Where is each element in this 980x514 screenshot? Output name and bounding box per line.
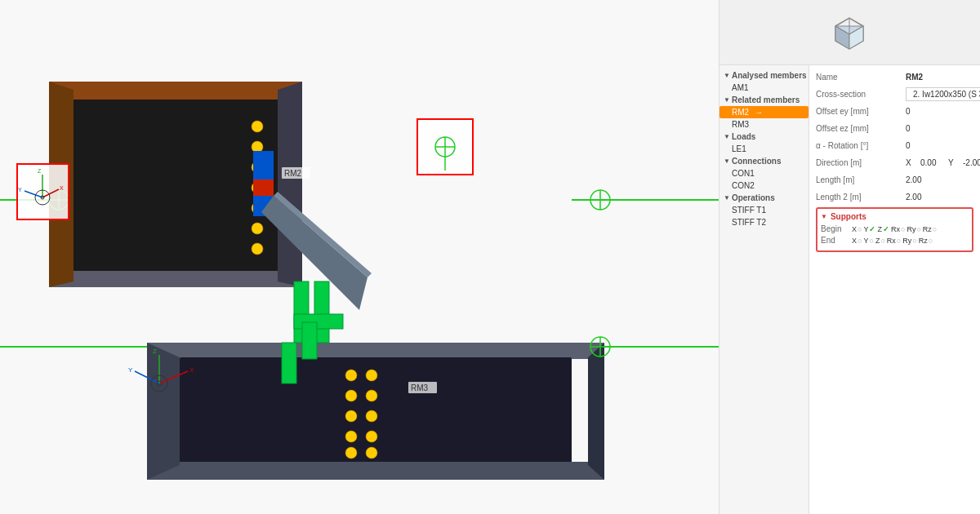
tree-item-operations[interactable]: ▼ Operations <box>719 192 808 204</box>
length-value: 2.00 <box>906 175 973 184</box>
end-label: End <box>821 236 849 245</box>
svg-text:Z: Z <box>153 348 157 355</box>
properties-form: Name RM2 Cross-section 2. Iw1200x350 (S … <box>809 65 980 514</box>
begin-dof-y: Y ✓ <box>863 225 875 233</box>
dir-y-label: Y <box>948 158 960 167</box>
offset-ez-label: Offset ez [mm] <box>816 124 906 133</box>
svg-point-26 <box>345 410 357 422</box>
tree-item-loads[interactable]: ▼ Loads <box>719 131 808 143</box>
name-row: Name RM2 <box>816 69 973 84</box>
length2-label: Length 2 [m] <box>816 193 906 202</box>
tree-panel[interactable]: ▼ Analysed members AM1 ▼ Related members… <box>719 65 809 514</box>
alpha-value: 0 <box>906 141 973 150</box>
svg-point-25 <box>345 390 357 401</box>
scene-background: RM2 RM3 <box>0 0 719 514</box>
3d-cube-icon <box>827 10 872 55</box>
svg-point-13 <box>252 223 263 234</box>
svg-text:X: X <box>189 366 194 374</box>
tree-item-stiff-t2[interactable]: STIFF T2 <box>719 216 808 228</box>
end-dof-rx: Rx ○ <box>887 237 901 245</box>
offset-ez-row: Offset ez [mm] 0 <box>816 121 973 135</box>
offset-ey-value: 0 <box>906 107 973 116</box>
direction-values: X 0.00 Y -2.00 Z 0.00 <box>906 158 980 167</box>
tree-item-related-members[interactable]: ▼ Related members <box>719 94 808 106</box>
cross-section-label: Cross-section <box>816 90 906 99</box>
right-panel: ▼ Analysed members AM1 ▼ Related members… <box>719 0 980 514</box>
svg-rect-4 <box>49 82 302 100</box>
properties-area: ▼ Analysed members AM1 ▼ Related members… <box>719 65 980 514</box>
svg-marker-7 <box>278 82 302 287</box>
svg-rect-21 <box>147 462 604 480</box>
length2-value: 2.00 <box>906 193 973 202</box>
length-label: Length [m] <box>816 175 906 184</box>
offset-ez-value: 0 <box>906 124 973 133</box>
viewport-3d[interactable]: RM2 RM3 <box>0 0 719 514</box>
svg-rect-5 <box>49 271 302 287</box>
tree-item-analysed-members[interactable]: ▼ Analysed members <box>719 69 808 82</box>
svg-point-29 <box>366 370 377 381</box>
svg-text:RM3: RM3 <box>411 383 429 392</box>
svg-rect-38 <box>302 322 317 359</box>
expand-icon-connections: ▼ <box>724 157 730 165</box>
axis-indicator-topright <box>416 118 474 175</box>
cross-section-row: Cross-section 2. Iw1200x350 (S 355) ✎ + <box>816 86 973 101</box>
svg-point-32 <box>366 431 377 442</box>
alpha-row: α - Rotation [°] 0 <box>816 138 973 153</box>
supports-title: ▼ Supports <box>821 212 969 221</box>
svg-line-66 <box>24 191 42 197</box>
offset-ey-label: Offset ey [mm] <box>816 107 906 116</box>
dir-y-value: -2.00 <box>963 158 980 167</box>
name-value: RM2 <box>906 73 973 82</box>
svg-point-33 <box>366 447 377 459</box>
tree-item-con1[interactable]: CON1 <box>719 167 808 179</box>
tree-item-con2[interactable]: CON2 <box>719 179 808 192</box>
dir-x-label: X <box>906 158 917 167</box>
svg-text:Y: Y <box>18 187 22 193</box>
begin-dof-group: X ○ Y ✓ Z ✓ Rx ○ <box>852 225 937 233</box>
direction-label: Direction [m] <box>816 158 906 167</box>
svg-point-30 <box>366 390 377 401</box>
end-dof-group: X ○ Y ○ Z ○ Rx ○ <box>852 237 933 245</box>
begin-dof-x: X ○ <box>852 225 862 233</box>
svg-point-8 <box>252 121 263 132</box>
tree-item-le1[interactable]: LE1 <box>719 143 808 155</box>
length-row: Length [m] 2.00 <box>816 172 973 187</box>
length2-row: Length 2 [m] 2.00 <box>816 189 973 204</box>
tree-item-stiff-t1[interactable]: STIFF T1 <box>719 204 808 216</box>
expand-icon-loads: ▼ <box>724 133 730 140</box>
svg-marker-23 <box>588 343 604 480</box>
direction-row: Direction [m] X 0.00 Y -2.00 Z 0.00 <box>816 155 973 170</box>
svg-rect-19 <box>147 343 604 359</box>
expand-icon-related: ▼ <box>724 96 730 104</box>
svg-point-27 <box>345 431 357 442</box>
svg-text:X: X <box>60 185 64 191</box>
svg-point-9 <box>252 141 263 153</box>
supports-expand-icon: ▼ <box>821 213 827 220</box>
panel-header <box>719 0 980 65</box>
tree-item-am1[interactable]: AM1 <box>719 82 808 94</box>
begin-dof-rz: Rz ○ <box>923 225 937 233</box>
name-label: Name <box>816 73 906 82</box>
alpha-label: α - Rotation [°] <box>816 141 906 150</box>
cross-section-selector[interactable]: 2. Iw1200x350 (S 355) ✎ + <box>906 87 980 101</box>
supports-section: ▼ Supports Begin X ○ Y ✓ <box>816 207 973 252</box>
end-dof-ry: Ry ○ <box>902 237 916 245</box>
svg-point-31 <box>366 410 377 422</box>
svg-text:Z: Z <box>38 168 42 174</box>
end-dof-y: Y ○ <box>863 237 873 245</box>
dir-x-value: 0.00 <box>920 158 945 167</box>
tree-item-connections[interactable]: ▼ Connections <box>719 155 808 167</box>
begin-label: Begin <box>821 224 849 233</box>
svg-point-14 <box>252 243 263 255</box>
expand-icon: ▼ <box>724 72 730 79</box>
end-dof-z: Z ○ <box>875 237 885 245</box>
svg-rect-16 <box>253 179 274 196</box>
tree-item-rm3[interactable]: RM3 <box>719 118 808 131</box>
tree-item-rm2[interactable]: RM2 → <box>719 106 808 118</box>
svg-text:Y: Y <box>128 366 133 374</box>
svg-text:RM2: RM2 <box>284 169 302 178</box>
cross-section-dropdown[interactable]: 2. Iw1200x350 (S 355) <box>906 87 980 101</box>
begin-dof-ry: Ry ○ <box>906 225 920 233</box>
svg-marker-22 <box>147 343 180 480</box>
end-support-row: End X ○ Y ○ Z ○ <box>821 236 969 245</box>
